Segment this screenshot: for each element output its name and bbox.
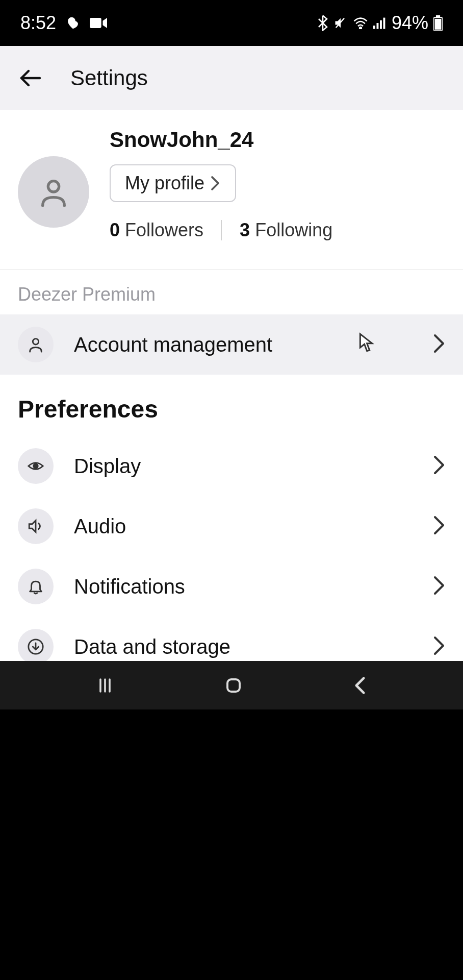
- system-nav-bar: [0, 661, 463, 709]
- data-storage-label: Data and storage: [74, 635, 413, 658]
- camera-icon: [90, 16, 107, 30]
- chevron-right-icon: [433, 575, 445, 598]
- status-time: 8:52: [20, 12, 56, 34]
- data-storage-item[interactable]: Data and storage: [0, 617, 463, 661]
- svg-point-11: [48, 181, 59, 192]
- profile-stats: 0 Followers 3 Following: [110, 219, 332, 241]
- account-management-label: Account management: [74, 333, 413, 356]
- svg-rect-21: [227, 679, 240, 692]
- svg-rect-6: [383, 18, 385, 29]
- subscription-label: Deezer Premium: [0, 270, 463, 314]
- username: SnowJohn_24: [110, 128, 332, 152]
- person-icon: [18, 327, 54, 362]
- chevron-right-icon: [433, 455, 445, 477]
- svg-rect-0: [90, 18, 101, 28]
- bell-icon: [18, 569, 54, 604]
- chevron-right-icon: [433, 515, 445, 537]
- svg-rect-4: [376, 23, 378, 29]
- chevron-right-icon: [433, 635, 445, 658]
- recents-button[interactable]: [96, 676, 114, 695]
- my-profile-button[interactable]: My profile: [110, 164, 236, 202]
- home-button[interactable]: [224, 676, 243, 695]
- svg-point-12: [33, 339, 38, 345]
- stat-divider: [221, 220, 222, 240]
- download-icon: [18, 629, 54, 661]
- blackout-region: [0, 709, 463, 980]
- my-profile-label: My profile: [125, 173, 204, 194]
- back-button[interactable]: [15, 63, 46, 93]
- notifications-label: Notifications: [74, 575, 413, 598]
- bluetooth-icon: [317, 15, 328, 31]
- nav-back-button[interactable]: [353, 676, 367, 695]
- battery-percent: 94%: [392, 12, 428, 34]
- page-title: Settings: [70, 66, 148, 90]
- battery-icon: [433, 15, 443, 31]
- signal-icon: [373, 17, 387, 29]
- app-header: Settings: [0, 46, 463, 110]
- svg-rect-9: [435, 19, 441, 30]
- display-item[interactable]: Display: [0, 436, 463, 496]
- speaker-icon: [18, 508, 54, 544]
- svg-point-2: [359, 27, 362, 29]
- preferences-heading: Preferences: [0, 375, 463, 436]
- profile-section: SnowJohn_24 My profile 0 Followers 3 Fol…: [0, 110, 463, 270]
- status-bar: 8:52 94%: [0, 0, 463, 46]
- avatar[interactable]: [18, 156, 89, 228]
- wifi-icon: [353, 17, 368, 29]
- account-management-item[interactable]: Account management: [0, 314, 463, 375]
- chevron-right-icon: [433, 333, 445, 356]
- svg-point-13: [34, 464, 38, 469]
- audio-item[interactable]: Audio: [0, 496, 463, 556]
- audio-label: Audio: [74, 515, 413, 538]
- followers-stat[interactable]: 0 Followers: [110, 219, 203, 241]
- deezer-notif-icon: [65, 15, 81, 31]
- svg-rect-5: [380, 20, 382, 29]
- following-stat[interactable]: 3 Following: [240, 219, 332, 241]
- svg-rect-3: [373, 26, 375, 29]
- mute-icon: [333, 16, 348, 30]
- display-label: Display: [74, 455, 413, 478]
- app-body: Settings SnowJohn_24 My profile 0 Follow…: [0, 46, 463, 661]
- notifications-item[interactable]: Notifications: [0, 556, 463, 617]
- eye-icon: [18, 448, 54, 484]
